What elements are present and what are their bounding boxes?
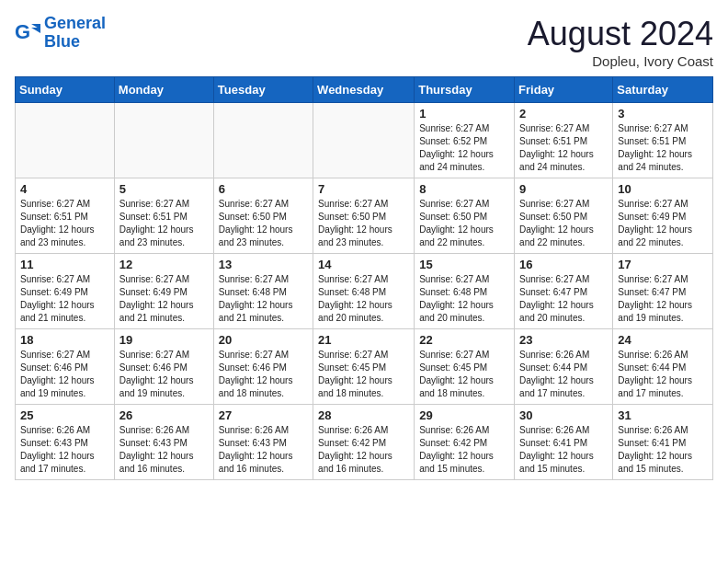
header-wednesday: Wednesday	[313, 77, 415, 103]
calendar-cell: 15Sunrise: 6:27 AM Sunset: 6:48 PM Dayli…	[415, 254, 515, 329]
day-number: 10	[618, 182, 708, 196]
calendar-cell: 3Sunrise: 6:27 AM Sunset: 6:51 PM Daylig…	[613, 103, 713, 178]
day-number: 15	[419, 258, 509, 271]
day-number: 3	[618, 107, 708, 121]
day-info: Sunrise: 6:27 AM Sunset: 6:47 PM Dayligh…	[519, 273, 608, 325]
calendar-cell: 5Sunrise: 6:27 AM Sunset: 6:51 PM Daylig…	[114, 178, 213, 254]
calendar-cell: 7Sunrise: 6:27 AM Sunset: 6:50 PM Daylig…	[313, 178, 415, 254]
day-number: 11	[20, 258, 109, 271]
day-number: 2	[519, 107, 608, 121]
day-info: Sunrise: 6:27 AM Sunset: 6:48 PM Dayligh…	[318, 273, 409, 325]
location: Dopleu, Ivory Coast	[528, 53, 713, 69]
day-info: Sunrise: 6:27 AM Sunset: 6:46 PM Dayligh…	[119, 349, 209, 400]
calendar-cell: 12Sunrise: 6:27 AM Sunset: 6:49 PM Dayli…	[114, 254, 213, 329]
day-number: 25	[20, 408, 109, 422]
day-number: 1	[419, 107, 509, 121]
page-header: G General Blue August 2024 Dopleu, Ivory…	[15, 15, 713, 69]
calendar-cell: 4Sunrise: 6:27 AM Sunset: 6:51 PM Daylig…	[16, 178, 115, 254]
day-number: 18	[20, 333, 109, 347]
day-info: Sunrise: 6:27 AM Sunset: 6:50 PM Dayligh…	[419, 198, 509, 249]
calendar-cell: 11Sunrise: 6:27 AM Sunset: 6:49 PM Dayli…	[16, 254, 115, 329]
calendar-cell: 2Sunrise: 6:27 AM Sunset: 6:51 PM Daylig…	[515, 103, 613, 178]
day-info: Sunrise: 6:26 AM Sunset: 6:41 PM Dayligh…	[519, 424, 608, 476]
day-info: Sunrise: 6:26 AM Sunset: 6:43 PM Dayligh…	[119, 424, 209, 476]
day-info: Sunrise: 6:26 AM Sunset: 6:41 PM Dayligh…	[618, 424, 708, 476]
calendar-cell: 25Sunrise: 6:26 AM Sunset: 6:43 PM Dayli…	[16, 405, 115, 480]
calendar-cell	[16, 103, 115, 178]
calendar-cell	[213, 103, 313, 178]
day-info: Sunrise: 6:27 AM Sunset: 6:45 PM Dayligh…	[419, 349, 509, 400]
header-tuesday: Tuesday	[213, 77, 313, 103]
day-number: 17	[618, 258, 708, 271]
header-sunday: Sunday	[16, 77, 115, 103]
calendar-cell	[313, 103, 415, 178]
logo-icon: G	[15, 20, 40, 46]
calendar-cell: 29Sunrise: 6:26 AM Sunset: 6:42 PM Dayli…	[415, 405, 515, 480]
calendar-cell: 31Sunrise: 6:26 AM Sunset: 6:41 PM Dayli…	[613, 405, 713, 480]
logo-line2: Blue	[44, 32, 80, 51]
day-info: Sunrise: 6:27 AM Sunset: 6:51 PM Dayligh…	[20, 198, 109, 249]
day-info: Sunrise: 6:27 AM Sunset: 6:50 PM Dayligh…	[519, 198, 608, 249]
day-number: 24	[618, 333, 708, 347]
day-info: Sunrise: 6:27 AM Sunset: 6:51 PM Dayligh…	[119, 198, 209, 249]
day-info: Sunrise: 6:26 AM Sunset: 6:43 PM Dayligh…	[219, 424, 308, 476]
month-year: August 2024	[528, 15, 713, 53]
calendar-cell: 17Sunrise: 6:27 AM Sunset: 6:47 PM Dayli…	[613, 254, 713, 329]
day-number: 12	[119, 258, 209, 271]
day-info: Sunrise: 6:27 AM Sunset: 6:46 PM Dayligh…	[20, 349, 109, 400]
calendar-week-2: 4Sunrise: 6:27 AM Sunset: 6:51 PM Daylig…	[16, 178, 713, 254]
calendar-cell: 28Sunrise: 6:26 AM Sunset: 6:42 PM Dayli…	[313, 405, 415, 480]
calendar-cell: 30Sunrise: 6:26 AM Sunset: 6:41 PM Dayli…	[515, 405, 613, 480]
calendar-week-5: 25Sunrise: 6:26 AM Sunset: 6:43 PM Dayli…	[16, 405, 713, 480]
day-number: 27	[219, 408, 308, 422]
calendar-cell: 26Sunrise: 6:26 AM Sunset: 6:43 PM Dayli…	[114, 405, 213, 480]
day-number: 28	[318, 408, 409, 422]
day-info: Sunrise: 6:27 AM Sunset: 6:49 PM Dayligh…	[618, 198, 708, 249]
calendar-week-3: 11Sunrise: 6:27 AM Sunset: 6:49 PM Dayli…	[16, 254, 713, 329]
day-number: 9	[519, 182, 608, 196]
calendar-cell: 13Sunrise: 6:27 AM Sunset: 6:48 PM Dayli…	[213, 254, 313, 329]
day-number: 13	[219, 258, 308, 271]
calendar-cell: 24Sunrise: 6:26 AM Sunset: 6:44 PM Dayli…	[613, 329, 713, 405]
calendar-cell: 27Sunrise: 6:26 AM Sunset: 6:43 PM Dayli…	[213, 405, 313, 480]
calendar-cell	[114, 103, 213, 178]
calendar-cell: 21Sunrise: 6:27 AM Sunset: 6:45 PM Dayli…	[313, 329, 415, 405]
day-info: Sunrise: 6:27 AM Sunset: 6:46 PM Dayligh…	[219, 349, 308, 400]
day-number: 16	[519, 258, 608, 271]
day-info: Sunrise: 6:26 AM Sunset: 6:43 PM Dayligh…	[20, 424, 109, 476]
header-thursday: Thursday	[415, 77, 515, 103]
calendar-header-row: SundayMondayTuesdayWednesdayThursdayFrid…	[16, 77, 713, 103]
calendar: SundayMondayTuesdayWednesdayThursdayFrid…	[15, 76, 713, 480]
day-number: 20	[219, 333, 308, 347]
day-number: 23	[519, 333, 608, 347]
day-info: Sunrise: 6:26 AM Sunset: 6:44 PM Dayligh…	[618, 349, 708, 400]
calendar-cell: 19Sunrise: 6:27 AM Sunset: 6:46 PM Dayli…	[114, 329, 213, 405]
day-number: 4	[20, 182, 109, 196]
logo: G General Blue	[15, 15, 106, 52]
day-number: 19	[119, 333, 209, 347]
calendar-cell: 20Sunrise: 6:27 AM Sunset: 6:46 PM Dayli…	[213, 329, 313, 405]
svg-marker-2	[31, 28, 40, 33]
calendar-cell: 9Sunrise: 6:27 AM Sunset: 6:50 PM Daylig…	[515, 178, 613, 254]
day-info: Sunrise: 6:27 AM Sunset: 6:51 PM Dayligh…	[519, 122, 608, 174]
calendar-cell: 1Sunrise: 6:27 AM Sunset: 6:52 PM Daylig…	[415, 103, 515, 178]
day-number: 31	[618, 408, 708, 422]
logo-text: General Blue	[44, 15, 106, 52]
calendar-cell: 16Sunrise: 6:27 AM Sunset: 6:47 PM Dayli…	[515, 254, 613, 329]
day-info: Sunrise: 6:27 AM Sunset: 6:50 PM Dayligh…	[219, 198, 308, 249]
calendar-cell: 18Sunrise: 6:27 AM Sunset: 6:46 PM Dayli…	[16, 329, 115, 405]
calendar-cell: 6Sunrise: 6:27 AM Sunset: 6:50 PM Daylig…	[213, 178, 313, 254]
title-area: August 2024 Dopleu, Ivory Coast	[528, 15, 713, 69]
calendar-cell: 8Sunrise: 6:27 AM Sunset: 6:50 PM Daylig…	[415, 178, 515, 254]
svg-text:G: G	[15, 20, 30, 43]
day-info: Sunrise: 6:27 AM Sunset: 6:48 PM Dayligh…	[419, 273, 509, 325]
header-friday: Friday	[515, 77, 613, 103]
day-number: 22	[419, 333, 509, 347]
day-number: 29	[419, 408, 509, 422]
day-number: 6	[219, 182, 308, 196]
day-info: Sunrise: 6:27 AM Sunset: 6:45 PM Dayligh…	[318, 349, 409, 400]
day-number: 30	[519, 408, 608, 422]
header-saturday: Saturday	[613, 77, 713, 103]
day-info: Sunrise: 6:27 AM Sunset: 6:52 PM Dayligh…	[419, 122, 509, 174]
day-number: 21	[318, 333, 409, 347]
